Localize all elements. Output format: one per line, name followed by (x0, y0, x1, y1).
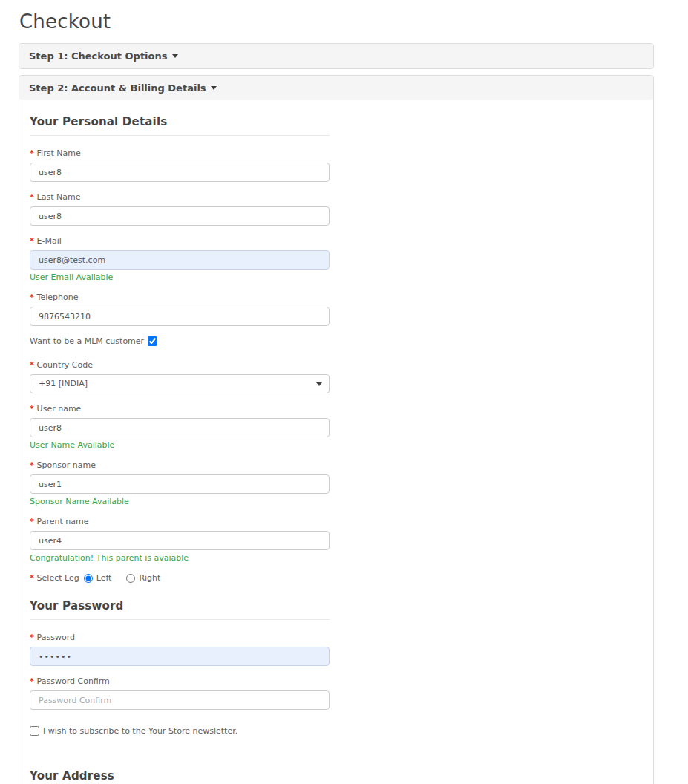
telephone-group: Telephone (30, 293, 330, 326)
panel-step2: Step 2: Account & Billing Details Your P… (19, 75, 654, 784)
step1-title: Step 1: Checkout Options (29, 50, 168, 62)
sponsor-group: Sponsor name Sponsor Name Available (30, 460, 330, 506)
country-code-select[interactable]: +91 [INDIA] (30, 374, 330, 393)
parent-group: Parent name Congratulation! This parent … (30, 517, 330, 563)
panel-step1: Step 1: Checkout Options (19, 43, 654, 69)
leg-left-radio[interactable] (84, 574, 93, 583)
username-label: User name (30, 404, 330, 414)
leg-left-option[interactable]: Left (84, 573, 112, 583)
country-code-value: +91 [INDIA] (39, 379, 88, 388)
select-leg-label: Select Leg (30, 573, 79, 583)
caret-down-icon (172, 54, 178, 58)
address-column: Your Address Company Address 1 Address 2… (30, 768, 330, 784)
sponsor-status: Sponsor Name Available (30, 497, 330, 506)
checkout-page: Checkout Step 1: Checkout Options Step 2… (19, 10, 654, 784)
first-name-input[interactable] (30, 163, 330, 182)
leg-right-label: Right (139, 573, 160, 583)
country-code-group: Country Code +91 [INDIA] (30, 360, 330, 393)
newsletter-checkbox[interactable] (30, 726, 39, 736)
leg-right-radio[interactable] (126, 574, 135, 583)
telephone-input[interactable] (30, 307, 330, 326)
mlm-customer-row: Want to be a MLM customer (30, 336, 330, 346)
select-arrow-icon (316, 382, 322, 386)
password-heading: Your Password (30, 598, 330, 620)
last-name-group: Last Name (30, 192, 330, 226)
password-confirm-group: Password Confirm (30, 676, 330, 710)
username-status: User Name Available (30, 440, 330, 450)
sponsor-label: Sponsor name (30, 460, 330, 470)
leg-right-option[interactable]: Right (126, 573, 160, 583)
email-label: E-Mail (30, 236, 330, 246)
username-input[interactable] (30, 418, 330, 437)
page-title: Checkout (19, 10, 654, 33)
password-input[interactable] (30, 647, 330, 666)
email-input[interactable] (30, 250, 330, 270)
select-leg-row: Select Leg Left Right (30, 573, 330, 583)
parent-label: Parent name (30, 517, 330, 526)
email-status: User Email Available (30, 272, 330, 282)
parent-input[interactable] (30, 531, 330, 550)
step2-body: Your Personal Details First Name Last Na… (19, 100, 653, 784)
parent-status: Congratulation! This parent is avaiable (30, 553, 330, 563)
caret-down-icon (211, 86, 217, 90)
first-name-label: First Name (30, 148, 330, 158)
mlm-customer-checkbox[interactable] (148, 336, 157, 346)
password-confirm-input[interactable] (30, 690, 330, 710)
username-group: User name User Name Available (30, 404, 330, 450)
step2-header[interactable]: Step 2: Account & Billing Details (19, 76, 653, 100)
first-name-group: First Name (30, 148, 330, 182)
last-name-label: Last Name (30, 192, 330, 202)
address-heading: Your Address (30, 768, 330, 784)
newsletter-row: I wish to subscribe to the Your Store ne… (30, 726, 330, 736)
step1-header[interactable]: Step 1: Checkout Options (19, 44, 653, 68)
last-name-input[interactable] (30, 206, 330, 226)
email-group: E-Mail User Email Available (30, 236, 330, 282)
password-confirm-label: Password Confirm (30, 676, 330, 686)
telephone-label: Telephone (30, 293, 330, 302)
leg-left-label: Left (96, 573, 112, 583)
country-code-label: Country Code (30, 360, 330, 370)
personal-details-heading: Your Personal Details (30, 114, 330, 136)
password-group: Password (30, 633, 330, 666)
password-label: Password (30, 633, 330, 642)
newsletter-label: I wish to subscribe to the Your Store ne… (43, 726, 237, 736)
mlm-customer-label: Want to be a MLM customer (30, 336, 144, 346)
personal-details-column: Your Personal Details First Name Last Na… (30, 114, 330, 750)
step2-title: Step 2: Account & Billing Details (29, 82, 206, 94)
sponsor-input[interactable] (30, 474, 330, 494)
